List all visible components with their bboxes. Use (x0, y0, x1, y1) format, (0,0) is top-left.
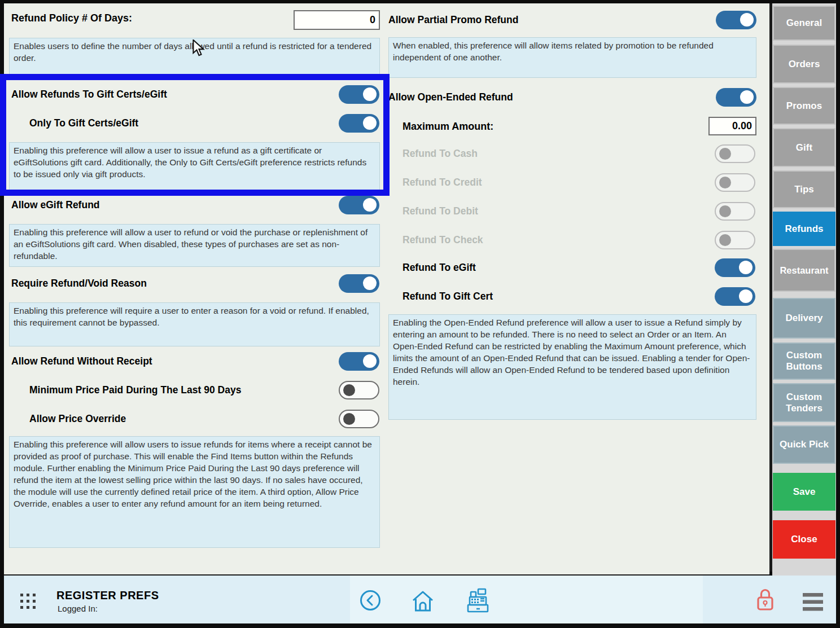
tab-refunds[interactable]: Refunds (773, 212, 835, 246)
pref-refund-cash: Refund To Cash (403, 144, 755, 163)
maximum-amount-input[interactable] (708, 117, 756, 135)
refund-credit-toggle[interactable] (715, 173, 755, 192)
menu-icon[interactable] (803, 593, 823, 614)
partial-promo-toggle[interactable] (716, 11, 756, 29)
toggle-knob (739, 289, 753, 303)
pref-label: Refund To Check (403, 234, 483, 245)
toggle-knob (719, 234, 731, 246)
tab-tips[interactable]: Tips (773, 170, 835, 208)
pref-label: Allow eGift Refund (11, 199, 100, 210)
refund-egift-toggle[interactable] (715, 258, 755, 277)
open-ended-description: Enabling the Open-Ended Refund preferenc… (388, 314, 756, 420)
pref-refund-check: Refund To Check (403, 231, 755, 249)
tab-delivery[interactable]: Delivery (773, 298, 835, 339)
allow-egift-refund-toggle[interactable] (339, 196, 379, 214)
pref-label: Only To Gift Certs/eGift (29, 117, 138, 129)
tab-custom-tenders[interactable]: Custom Tenders (773, 383, 835, 422)
toggle-knob (719, 148, 731, 160)
pref-label: Refund To eGift (403, 262, 476, 273)
pref-refund-egift: Refund To eGift (403, 258, 755, 277)
pref-label: Allow Open-Ended Refund (388, 91, 513, 103)
tab-general[interactable]: General (773, 6, 835, 41)
pref-label: Minimum Price Paid During The Last 90 Da… (29, 384, 241, 396)
refund-debit-toggle[interactable] (715, 202, 755, 221)
pref-label: Refund To Cash (403, 148, 478, 159)
gift-certs-description: Enabling this preference will allow a us… (9, 142, 380, 190)
toggle-knob (719, 177, 731, 188)
refund-without-receipt-description: Enabling this preference will allow user… (9, 436, 380, 548)
pref-partial-promo: Allow Partial Promo Refund (388, 11, 756, 29)
tab-restaurant[interactable]: Restaurant (773, 249, 835, 292)
partial-promo-description: When enabled, this preference will allow… (388, 37, 756, 78)
pref-refund-credit: Refund To Credit (403, 173, 755, 191)
toggle-knob (363, 354, 377, 368)
toggle-knob (363, 87, 377, 101)
pref-label: Refund To Debit (403, 205, 478, 217)
refund-gift-cert-toggle[interactable] (715, 287, 755, 306)
min-price-90-toggle[interactable] (339, 381, 379, 399)
pref-refund-gift-cert: Refund To Gift Cert (403, 287, 755, 306)
home-icon[interactable] (410, 589, 435, 615)
lock-icon[interactable] (756, 588, 774, 614)
toggle-knob (739, 261, 753, 274)
pref-label: Require Refund/Void Reason (11, 278, 147, 289)
open-ended-refund-toggle[interactable] (716, 88, 756, 107)
cash-register-icon[interactable] (466, 588, 489, 616)
toggle-knob (363, 276, 377, 290)
price-override-toggle[interactable] (339, 410, 379, 428)
refund-without-receipt-toggle[interactable] (339, 352, 379, 371)
refund-policy-days-input[interactable] (294, 10, 380, 30)
page-title: REGISTER PREFS (56, 589, 159, 602)
apps-grid-icon[interactable] (20, 594, 36, 611)
toggle-knob (740, 13, 754, 27)
close-button[interactable]: Close (773, 520, 835, 559)
pref-label: Refund To Gift Cert (403, 291, 493, 302)
pref-allow-egift-refund: Allow eGift Refund (11, 196, 379, 214)
logged-in-label: Logged In: (58, 604, 98, 613)
egift-refund-description: Enabling this preference will allow a us… (9, 224, 380, 267)
pref-only-gift: Only To Gift Certs/eGift (29, 114, 379, 133)
toggle-knob (363, 116, 377, 130)
toggle-knob (343, 384, 355, 396)
refund-policy-label: Refund Policy # Of Days: (11, 12, 132, 24)
pref-allow-refunds-gift: Allow Refunds To Gift Certs/eGift (11, 85, 379, 104)
refund-check-toggle[interactable] (715, 231, 755, 249)
pref-refund-debit: Refund To Debit (403, 202, 755, 220)
pref-label: Allow Refunds To Gift Certs/eGift (11, 89, 167, 100)
pref-label: Refund To Credit (403, 177, 482, 188)
allow-refunds-gift-toggle[interactable] (339, 85, 379, 104)
pref-label: Allow Partial Promo Refund (388, 14, 518, 25)
footer-band (350, 576, 703, 623)
pref-price-override: Allow Price Override (29, 410, 379, 428)
maximum-amount-label: Maximum Amount: (403, 121, 493, 133)
tab-orders[interactable]: Orders (773, 45, 835, 84)
tab-promos[interactable]: Promos (773, 87, 835, 125)
pref-min-price-90: Minimum Price Paid During The Last 90 Da… (29, 381, 379, 399)
pref-label: Allow Refund Without Receipt (11, 355, 152, 367)
save-button[interactable]: Save (773, 473, 835, 511)
toggle-knob (363, 198, 377, 212)
pref-require-reason: Require Refund/Void Reason (11, 274, 379, 293)
toggle-knob (740, 90, 754, 104)
require-reason-description: Enabling this preference will require a … (9, 302, 380, 346)
require-reason-toggle[interactable] (339, 274, 379, 293)
pref-refund-without-receipt: Allow Refund Without Receipt (11, 352, 379, 371)
pref-open-ended: Allow Open-Ended Refund (388, 88, 756, 107)
pref-label: Allow Price Override (29, 413, 126, 424)
back-icon[interactable] (359, 589, 382, 614)
tab-custom-buttons[interactable]: Custom Buttons (773, 342, 835, 380)
only-gift-toggle[interactable] (339, 114, 379, 133)
refund-cash-toggle[interactable] (715, 144, 755, 163)
toggle-knob (343, 413, 355, 425)
toggle-knob (719, 205, 731, 217)
tab-gift[interactable]: Gift (773, 128, 835, 167)
tab-quick-pick[interactable]: Quick Pick (773, 425, 835, 464)
mouse-cursor (192, 39, 205, 60)
